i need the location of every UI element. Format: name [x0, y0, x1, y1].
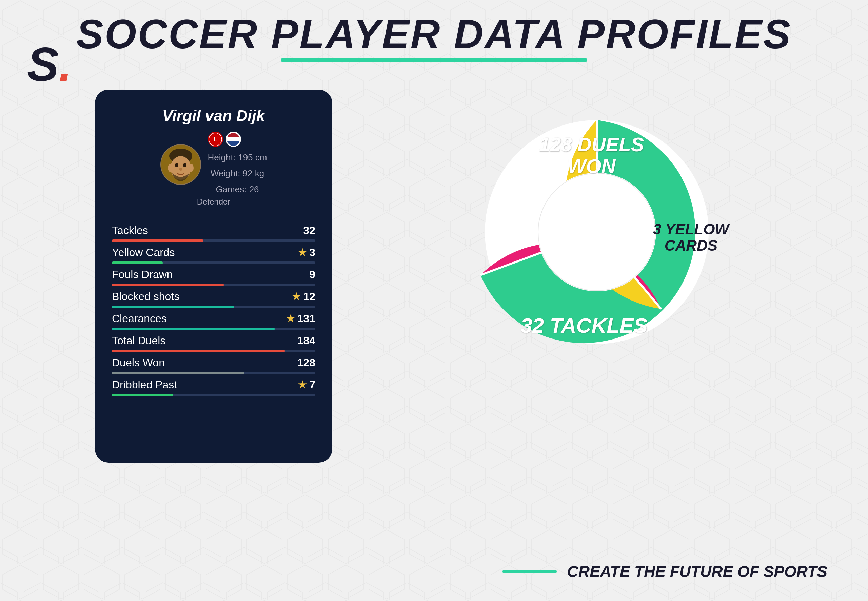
header-underline	[282, 58, 586, 63]
footer-line	[503, 570, 557, 573]
stat-row: Tackles 32	[112, 224, 315, 242]
stat-bar-bg	[112, 350, 315, 352]
stat-bar-bg	[112, 261, 315, 264]
svg-rect-16	[227, 133, 240, 137]
footer-text: CREATE THE FUTURE OF SPORTS	[567, 562, 827, 581]
stat-label: Tackles	[112, 224, 148, 237]
stat-bar-bg	[112, 372, 315, 374]
svg-point-7	[175, 163, 178, 167]
stat-label: Yellow Cards	[112, 246, 175, 259]
star-icon: ★	[286, 313, 295, 324]
stat-value: ★ 131	[286, 313, 315, 325]
stat-row: Blocked shots ★ 12	[112, 290, 315, 308]
star-icon: ★	[292, 291, 300, 302]
player-avatar	[160, 144, 201, 185]
stat-label: Clearances	[112, 313, 167, 325]
svg-point-11	[188, 164, 193, 172]
stat-value: 184	[297, 334, 315, 347]
star-icon: ★	[298, 379, 306, 390]
stat-value: ★ 7	[298, 378, 315, 391]
stat-bar-bg	[112, 394, 315, 397]
player-position: Defender	[112, 197, 315, 207]
club-info: L	[208, 131, 267, 197]
stat-bar-fill	[112, 394, 173, 397]
donut-chart: 128 DUELSWON 3 YELLOWCARDS 32 TACKLES	[461, 96, 732, 368]
stat-label: Dribbled Past	[112, 378, 177, 391]
stat-value: ★ 3	[298, 246, 315, 259]
chart-area: 128 DUELSWON 3 YELLOWCARDS 32 TACKLES	[359, 90, 834, 368]
stat-label: Total Duels	[112, 334, 166, 347]
stat-label: Fouls Drawn	[112, 268, 173, 281]
stat-bar-bg	[112, 328, 315, 330]
stat-bar-bg	[112, 284, 315, 286]
player-height: Height: 195 cm	[208, 149, 267, 166]
logo-letter: S	[27, 38, 59, 91]
svg-text:L: L	[213, 136, 217, 143]
stat-bar-fill	[112, 306, 234, 308]
stat-value: 32	[303, 224, 315, 237]
stat-row: Clearances ★ 131	[112, 313, 315, 330]
stat-bar-fill	[112, 261, 163, 264]
main-layout: Virgil van Dijk	[0, 69, 868, 463]
stat-bar-fill	[112, 350, 285, 352]
footer: CREATE THE FUTURE OF SPORTS	[503, 562, 827, 581]
svg-point-10	[168, 164, 173, 172]
chart-label-yellow: 3 YELLOWCARDS	[653, 221, 729, 254]
player-header: Virgil van Dijk	[112, 107, 315, 207]
svg-point-8	[183, 163, 186, 167]
stat-value: 9	[309, 268, 315, 281]
player-name: Virgil van Dijk	[112, 107, 315, 125]
stat-bar-fill	[112, 239, 203, 242]
stat-bar-bg	[112, 239, 315, 242]
svg-rect-18	[227, 142, 240, 146]
player-weight: Weight: 92 kg	[208, 166, 267, 182]
stat-row: Duels Won 128	[112, 357, 315, 374]
chart-label-tackles: 32 TACKLES	[521, 314, 647, 337]
svg-point-9	[179, 168, 183, 171]
stat-row: Dribbled Past ★ 7	[112, 378, 315, 397]
netherlands-flag	[226, 131, 241, 147]
stat-value: 128	[297, 357, 315, 369]
stat-row: Total Duels 184	[112, 334, 315, 352]
stat-bar-fill	[112, 284, 224, 286]
stat-bar-fill	[112, 372, 244, 374]
stat-bar-fill	[112, 328, 275, 330]
star-icon: ★	[298, 247, 306, 258]
stat-value: ★ 12	[292, 290, 315, 303]
stat-label: Duels Won	[112, 357, 165, 369]
stat-bar-bg	[112, 306, 315, 308]
player-info-row: L	[112, 131, 315, 197]
player-games: Games: 26	[208, 182, 267, 197]
header-divider	[112, 217, 315, 217]
stat-row: Yellow Cards ★ 3	[112, 246, 315, 264]
chart-label-duels: 128 DUELSWON	[539, 134, 644, 177]
stat-row: Fouls Drawn 9	[112, 268, 315, 286]
player-card: Virgil van Dijk	[95, 90, 332, 463]
page-header: SOCCER PLAYER DATA PROFILES	[0, 0, 868, 63]
stats-list: Tackles 32 Yellow Cards ★ 3	[112, 224, 315, 397]
logo: S.	[27, 41, 72, 88]
stat-label: Blocked shots	[112, 290, 180, 303]
logo-dot: .	[59, 38, 72, 91]
svg-rect-17	[227, 137, 240, 142]
liverpool-badge: L	[208, 131, 223, 147]
club-flags: L	[208, 131, 267, 147]
page-title: SOCCER PLAYER DATA PROFILES	[0, 14, 868, 54]
